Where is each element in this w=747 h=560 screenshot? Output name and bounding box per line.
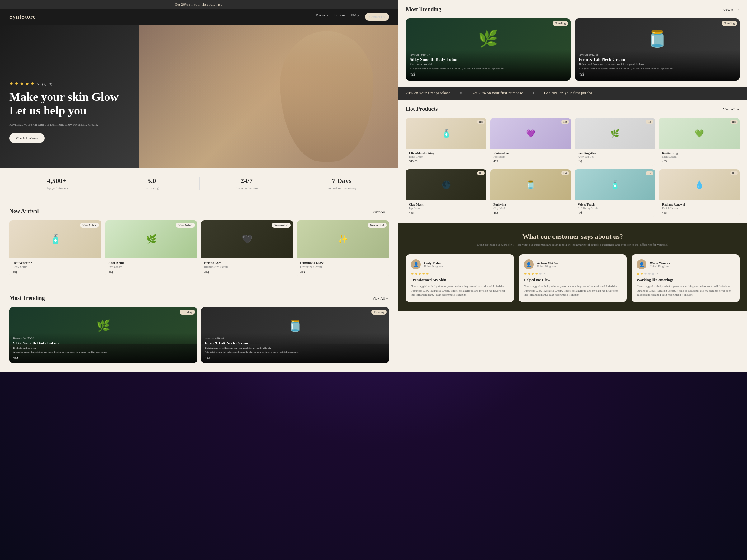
hot-purifying[interactable]: Hot 🫙 Purifying Clay Mask 49$ bbox=[490, 169, 571, 217]
hot-products-header: Hot Products View All → bbox=[406, 106, 740, 112]
trending-silky-price: 49$ bbox=[13, 355, 194, 359]
trending-right-grid: 🌿 Trending Reviews: 4.9 (94,77) Silky Sm… bbox=[406, 18, 740, 81]
hot-clay-mask[interactable]: Hot 🌑 Clay Mask Lip Balm 49$ bbox=[406, 169, 487, 217]
hot-velvet-touch[interactable]: Hot 🧴 Velvet Touch Exfoliating Scrub 49$ bbox=[574, 169, 655, 217]
new-arrival-section: New Arrival View All → New Arrival 🧴 Rej… bbox=[0, 199, 398, 286]
nav-faqs[interactable]: FAQs bbox=[351, 13, 359, 21]
most-trending-left-section: Most Trending View All → 🌿 Trending Revi… bbox=[0, 286, 398, 372]
trending-right-1-reviews: Reviews: 4.9 (94,77) bbox=[410, 54, 567, 56]
trending-right-1-desc: A targeted cream that tightens and firms… bbox=[410, 67, 567, 70]
badge-new-arrival-2: New Arrival bbox=[176, 223, 195, 228]
hot-1-name: Ultra-Moisturizing bbox=[409, 152, 483, 155]
most-trending-right-view-all[interactable]: View All → bbox=[723, 8, 740, 11]
product-luminous-glow[interactable]: New Arrival ✨ Luminous Glow Hydrating Cr… bbox=[297, 220, 389, 277]
hot-products-view-all[interactable]: View All → bbox=[723, 107, 740, 111]
nav-browse[interactable]: Browse bbox=[334, 13, 345, 21]
reviewer-arlene-score: 4.0 bbox=[544, 272, 547, 276]
review-wade-star-3: ★ bbox=[644, 272, 647, 276]
new-arrival-view-all[interactable]: View All → bbox=[372, 210, 389, 213]
product-rejuvenating[interactable]: New Arrival 🧴 Rejuvenating Body Scrub 49… bbox=[9, 220, 101, 277]
hot-7-img: 🧴 bbox=[574, 169, 655, 201]
product-anti-aging[interactable]: New Arrival 🌿 Anti-Aging Eye Cream 49$ bbox=[105, 220, 197, 277]
reviewer-wade-name: Wade Warren bbox=[650, 261, 670, 265]
trending-right-badge-2: Trending bbox=[722, 21, 737, 26]
top-banner: Get 20% on your first purchase! bbox=[0, 0, 398, 9]
hot-radiant-renewal[interactable]: Hot 💧 Radiant Renewal Facial Cleanser 49… bbox=[659, 169, 740, 217]
review-star-3: ★ bbox=[418, 272, 421, 276]
stat-rating-label: Star Rating bbox=[145, 186, 159, 190]
most-trending-right-header: Most Trending View All → bbox=[406, 6, 740, 13]
trending-right-1-price: 49$ bbox=[410, 72, 567, 77]
hot-8-info: Radiant Renewal Facial Cleanser 49$ bbox=[659, 201, 740, 217]
hero-face bbox=[280, 31, 374, 162]
hot-2-info: Restorative Foot Balm 49$ bbox=[490, 149, 571, 165]
reviewer-arlene-text: "I've struggled with dry skin for years,… bbox=[524, 284, 622, 297]
review-star-2: ★ bbox=[415, 272, 418, 276]
hot-5-name: Clay Mask bbox=[409, 203, 483, 206]
site-logo: SyntStore bbox=[9, 14, 36, 20]
new-arrival-grid: New Arrival 🧴 Rejuvenating Body Scrub 49… bbox=[9, 220, 389, 277]
product-bright-eyes-type: Illuminating Serum bbox=[204, 265, 290, 268]
review-arlene-star-2: ★ bbox=[527, 272, 531, 276]
hero-subtitle: Revitalize your skin with our Luminous G… bbox=[9, 122, 119, 127]
badge-new-arrival: New Arrival bbox=[80, 223, 99, 228]
most-trending-left-view-all[interactable]: View All → bbox=[372, 296, 389, 300]
trending-silky-sub: Hydrate and nourish bbox=[13, 346, 194, 349]
hot-6-info: Purifying Clay Mask 49$ bbox=[490, 201, 571, 217]
hot-3-type: After-Sun Gel bbox=[578, 155, 652, 158]
reviewer-arlene-stars: ★ ★ ★ ★ ★ 4.0 bbox=[524, 272, 622, 276]
trending-right-2[interactable]: 🫙 Trending Reviews: 5.0 (215) Firm & Lif… bbox=[575, 18, 740, 81]
trending-firm-lift[interactable]: 🫙 Trending Reviews: 5.0 (215) Firm & Lif… bbox=[201, 307, 389, 363]
promo-banner: 20% on your first purchase ✦ Get 20% on … bbox=[398, 87, 747, 100]
nav-products[interactable]: Products bbox=[316, 13, 328, 21]
trending-right-2-name: Firm & Lift Neck Cream bbox=[578, 57, 736, 62]
trending-silky-smooth[interactable]: 🌿 Trending Reviews: 4.9 (94,77) Silky Sm… bbox=[9, 307, 197, 363]
reviewer-cody-header: 👤 Cody Fisher United Kingdom bbox=[411, 260, 509, 269]
trending-right-2-content: Reviews: 5.0 (215) Firm & Lift Neck Crea… bbox=[575, 50, 740, 81]
hot-7-info: Velvet Touch Exfoliating Scrub 49$ bbox=[574, 201, 655, 217]
review-arlene-star-3: ★ bbox=[531, 272, 535, 276]
trending-firm-desc: A targeted cream that tightens and firms… bbox=[205, 350, 385, 354]
hot-1-price: $49.00 bbox=[409, 160, 483, 163]
hot-restorative[interactable]: Hot 💜 Restorative Foot Balm 49$ bbox=[490, 118, 571, 165]
trending-right-1[interactable]: 🌿 Trending Reviews: 4.9 (94,77) Silky Sm… bbox=[406, 18, 570, 81]
hot-2-name: Restorative bbox=[493, 152, 568, 155]
hot-ultra-moisturizing[interactable]: Hot 🧴 Ultra-Moisturizing Hand Cream $49.… bbox=[406, 118, 487, 165]
stat-customers-label: Happy Customers bbox=[46, 186, 68, 190]
product-bright-eyes[interactable]: New Arrival 🖤 Bright Eyes Illuminating S… bbox=[201, 220, 293, 277]
promo-text-2: Get 20% on your first purchase bbox=[471, 91, 523, 96]
reviewer-cody-avatar: 👤 bbox=[411, 260, 421, 269]
hot-soothing-aloe[interactable]: Hot 🌿 Soothing Aloe After-Sun Gel 49$ bbox=[574, 118, 655, 165]
check-products-button[interactable]: Check Products bbox=[9, 133, 45, 143]
reviewer-arlene-name: Arlene McCoy bbox=[537, 261, 558, 265]
stat-service-label: Customer Service bbox=[236, 186, 258, 190]
hot-4-img: 💚 bbox=[659, 118, 740, 149]
reviewer-arlene-title: Helped me Glow! bbox=[524, 278, 622, 283]
reviewer-cody-meta: Cody Fisher United Kingdom bbox=[424, 261, 443, 268]
review-star-4: ★ bbox=[422, 272, 425, 276]
stat-service-value: 24/7 bbox=[200, 177, 294, 185]
star-1: ★ bbox=[9, 81, 14, 86]
hot-5-info: Clay Mask Lip Balm 49$ bbox=[406, 201, 487, 217]
product-luminous-glow-info: Luminous Glow Hydrating Cream 49$ bbox=[297, 258, 389, 277]
most-trending-left-title: Most Trending bbox=[9, 295, 45, 301]
trending-right-1-name: Silky Smooth Body Lotion bbox=[410, 57, 567, 62]
review-arlene-star-5: ★ bbox=[539, 272, 542, 276]
reviewer-cody-name: Cody Fisher bbox=[424, 261, 443, 265]
hero-rating-value: 5.0 (2,463) bbox=[37, 82, 52, 86]
hot-revitalizing[interactable]: Hot 💚 Revitalizing Night Cream 49$ bbox=[659, 118, 740, 165]
most-trending-right-title: Most Trending bbox=[406, 6, 441, 13]
review-star-5: ★ bbox=[426, 272, 429, 276]
trending-firm-price: 49$ bbox=[205, 355, 385, 359]
star-4: ★ bbox=[25, 81, 29, 86]
nav-contact[interactable]: Contact Us bbox=[365, 13, 389, 21]
trending-right-1-content: Reviews: 4.9 (94,77) Silky Smooth Body L… bbox=[406, 50, 570, 81]
star-3: ★ bbox=[20, 81, 24, 86]
navbar: SyntStore Products Browse FAQs Contact U… bbox=[0, 9, 398, 25]
reviewer-arlene-avatar: 👤 bbox=[524, 260, 534, 269]
reviewer-wade-country: United Kingdom bbox=[650, 265, 670, 268]
product-anti-aging-price: 49$ bbox=[108, 270, 194, 274]
review-star-1: ★ bbox=[411, 272, 414, 276]
hot-badge-1: Hot bbox=[477, 120, 485, 124]
stat-service: 24/7 Customer Service bbox=[200, 177, 294, 190]
